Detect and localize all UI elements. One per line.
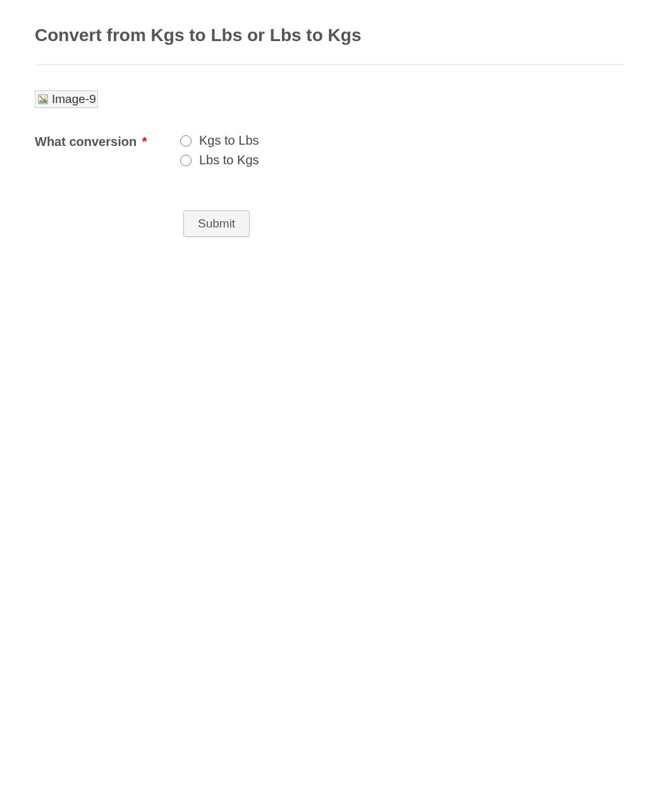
radio-kgs-to-lbs[interactable] bbox=[180, 135, 192, 147]
submit-row: Submit bbox=[35, 210, 625, 237]
image-placeholder: Image-9 bbox=[35, 90, 98, 108]
question-label-text: What conversion bbox=[35, 135, 137, 148]
radio-label-lbs-to-kgs[interactable]: Lbs to Kgs bbox=[199, 153, 259, 167]
question-label-column: What conversion * bbox=[35, 133, 180, 150]
image-alt-text: Image-9 bbox=[52, 92, 96, 106]
question-label: What conversion * bbox=[35, 133, 168, 150]
submit-button[interactable]: Submit bbox=[183, 210, 250, 237]
conversion-question-row: What conversion * Kgs to Lbs Lbs to Kgs bbox=[35, 133, 625, 173]
broken-image-icon bbox=[37, 93, 49, 106]
radio-option-kgs-to-lbs: Kgs to Lbs bbox=[180, 133, 625, 148]
svg-point-1 bbox=[44, 96, 46, 98]
radio-label-kgs-to-lbs[interactable]: Kgs to Lbs bbox=[199, 133, 259, 148]
page-title: Convert from Kgs to Lbs or Lbs to Kgs bbox=[35, 25, 625, 45]
options-column: Kgs to Lbs Lbs to Kgs bbox=[180, 133, 625, 173]
header-divider bbox=[35, 64, 625, 65]
radio-lbs-to-kgs[interactable] bbox=[180, 155, 192, 166]
required-asterisk: * bbox=[142, 135, 147, 148]
radio-option-lbs-to-kgs: Lbs to Kgs bbox=[180, 153, 625, 167]
